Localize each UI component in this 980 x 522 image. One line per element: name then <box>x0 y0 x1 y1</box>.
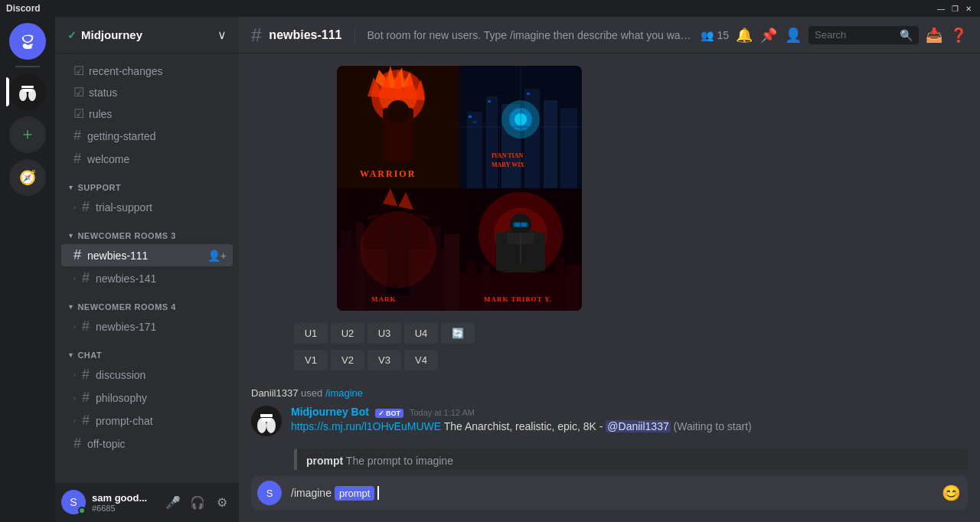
inbox-button[interactable]: 📥 <box>925 26 943 44</box>
svg-rect-32 <box>341 230 352 311</box>
server-divider <box>15 66 40 67</box>
emoji-button[interactable]: 😊 <box>940 482 962 504</box>
hash-icon-9: # <box>82 413 90 429</box>
server-header-chevron: ∨ <box>217 28 227 42</box>
members-list-button[interactable]: 👤 <box>784 26 802 44</box>
hash-icon-8: # <box>82 390 90 406</box>
svg-rect-26 <box>488 100 491 103</box>
deafen-button[interactable]: 🎧 <box>187 491 208 513</box>
section-header-newcomer-4[interactable]: ▼ NEWCOMER ROOMS 4 <box>55 290 239 315</box>
svg-rect-62 <box>262 418 271 422</box>
upscale-2-button[interactable]: U2 <box>331 323 364 344</box>
app-container: + 🧭 ✓ Midjourney ∨ ☑ recent-changes ☑ st… <box>0 17 980 522</box>
svg-rect-17 <box>544 100 557 188</box>
channel-item-rules[interactable]: ☑ rules <box>61 103 233 124</box>
titlebar-controls[interactable]: — ❐ ✕ <box>936 3 974 14</box>
channel-item-off-topic[interactable]: # off-topic <box>61 432 233 455</box>
collapse-arrow-phil: › <box>74 394 76 402</box>
notifications-button[interactable]: 🔔 <box>735 26 753 44</box>
header-actions: 👥 15 🔔 📌 👤 Search 🔍 📥 ❓ <box>701 26 968 44</box>
text-cursor <box>377 486 379 500</box>
svg-rect-51 <box>496 233 505 271</box>
channel-item-discussion[interactable]: › # discussion <box>61 364 233 386</box>
channel-item-trial-support[interactable]: › # trial-support <box>61 196 233 218</box>
explore-button[interactable]: 🧭 <box>9 159 46 196</box>
image-grid: WARRIOR <box>337 66 582 311</box>
hash-icon-4: # <box>74 247 81 263</box>
variation-4-button[interactable]: V4 <box>404 350 438 370</box>
channel-item-status[interactable]: ☑ status <box>61 82 233 103</box>
hash-icon-5: # <box>82 270 90 286</box>
refresh-button[interactable]: 🔄 <box>441 323 475 344</box>
channel-item-newbies-111[interactable]: # newbies-111 👤+ <box>61 244 233 266</box>
svg-rect-14 <box>486 96 498 188</box>
variation-3-button[interactable]: V3 <box>368 350 401 370</box>
channel-item-newbies-171[interactable]: › # newbies-171 <box>61 315 233 338</box>
upscale-1-button[interactable]: U1 <box>294 323 328 344</box>
svg-rect-24 <box>469 116 472 118</box>
message-waiting-status: (Waiting to start) <box>674 420 752 432</box>
used-message-container: Daniil1337 used /imagine <box>251 386 968 400</box>
channel-item-philosophy[interactable]: › # philosophy <box>61 387 233 409</box>
server-header[interactable]: ✓ Midjourney ∨ <box>55 17 239 54</box>
section-header-newcomer-3[interactable]: ▼ NEWCOMER ROOMS 3 <box>55 219 239 243</box>
svg-rect-63 <box>260 414 273 417</box>
prompt-embed: prompt The prompt to imagine <box>294 449 968 470</box>
maximize-button[interactable]: ❐ <box>949 3 960 14</box>
channel-item-newbies-141[interactable]: › # newbies-141 <box>61 267 233 289</box>
user-name: sam good... <box>92 492 156 504</box>
pin-button[interactable]: 📌 <box>760 26 778 44</box>
help-button[interactable]: ❓ <box>949 26 968 44</box>
channel-item-getting-started[interactable]: # getting-started <box>61 125 233 147</box>
announcement-icon: ☑ <box>74 64 84 78</box>
svg-rect-8 <box>387 100 410 123</box>
svg-rect-35 <box>444 234 459 311</box>
chat-area: WARRIOR <box>239 54 980 470</box>
settings-button[interactable]: ⚙ <box>211 491 233 513</box>
avatar: S <box>61 490 86 514</box>
server-icon-discord-home[interactable] <box>9 23 46 60</box>
variation-1-button[interactable]: V1 <box>294 350 328 370</box>
close-button[interactable]: ✕ <box>963 3 974 14</box>
channel-header-name: newbies-111 <box>269 28 341 42</box>
add-thread-icon[interactable]: 👤+ <box>207 250 227 262</box>
mute-button[interactable]: 🎤 <box>162 491 184 513</box>
collapse-arrow-141: › <box>74 275 76 282</box>
server-icon-midjourney[interactable] <box>9 73 46 110</box>
minimize-button[interactable]: — <box>936 3 946 14</box>
section-header-support[interactable]: ▼ SUPPORT <box>55 171 239 195</box>
channel-item-prompt-chat[interactable]: › # prompt-chat <box>61 409 233 432</box>
section-arrow-chat: ▼ <box>67 351 74 359</box>
member-icon: 👥 <box>701 29 714 41</box>
user-controls[interactable]: 🎤 🎧 ⚙ <box>162 491 233 513</box>
image-cell-4: MARK TRIBOT Y. <box>459 188 582 311</box>
svg-text:IVAN TIAN: IVAN TIAN <box>492 152 523 159</box>
message-link[interactable]: https://s.mj.run/l1OHvEuMUWE <box>291 420 441 432</box>
svg-text:MARK TRIBOT Y.: MARK TRIBOT Y. <box>484 295 552 303</box>
channel-item-recent-changes[interactable]: ☑ recent-changes <box>61 60 233 81</box>
svg-text:MARK: MARK <box>371 295 397 303</box>
collapse-arrow: › <box>74 204 76 211</box>
image-cell-2: IVAN TIAN MARY WIX <box>459 66 582 188</box>
add-server-button[interactable]: + <box>9 116 46 153</box>
message-timestamp: Today at 1:12 AM <box>410 408 475 417</box>
user-panel: S sam good... #6685 🎤 🎧 ⚙ <box>55 482 239 522</box>
section-header-chat[interactable]: ▼ CHAT <box>55 338 239 363</box>
channel-header-divider <box>354 28 355 43</box>
search-icon: 🔍 <box>900 29 913 41</box>
titlebar: Discord — ❐ ✕ <box>0 0 980 17</box>
upscale-3-button[interactable]: U3 <box>368 323 401 344</box>
hash-icon-2: # <box>74 151 81 167</box>
svg-rect-56 <box>555 257 564 311</box>
member-count-number: 15 <box>717 29 729 41</box>
variation-buttons-row: V1 V2 V3 V4 <box>294 350 968 370</box>
channel-item-welcome[interactable]: # welcome <box>61 148 233 170</box>
announcement-icon-3: ☑ <box>74 106 84 121</box>
search-bar[interactable]: Search 🔍 <box>808 26 919 44</box>
message-prompt-text: The Anarchist, realistic, epic, 8K - <box>444 420 606 432</box>
svg-rect-47 <box>514 223 520 227</box>
upscale-4-button[interactable]: U4 <box>404 323 438 344</box>
variation-2-button[interactable]: V2 <box>331 350 364 370</box>
message-input-text-area[interactable]: /imagine prompt <box>285 486 940 501</box>
svg-rect-2 <box>23 89 32 92</box>
